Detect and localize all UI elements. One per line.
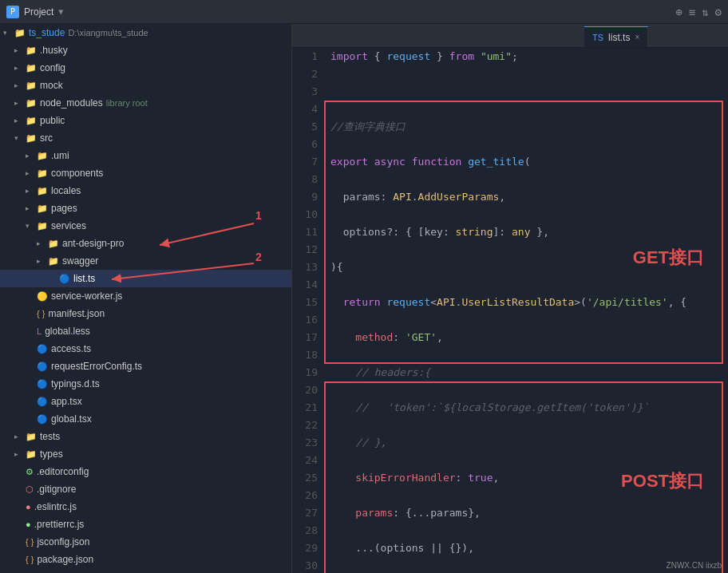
folder-icon-root: 📁 — [14, 28, 26, 38]
arrow-icon-umi: ▸ — [26, 152, 35, 160]
folder-icon-node-modules: 📁 — [26, 98, 37, 109]
folder-icon-public: 📁 — [26, 116, 37, 126]
tree-item-requestErrorConfig-ts[interactable]: ▸ 🔵 requestErrorConfig.ts — [0, 358, 291, 375]
add-icon[interactable]: ⊕ — [675, 6, 682, 18]
tree-item-list-ts[interactable]: ▸ 🔵 list.ts — [0, 270, 291, 287]
folder-icon-components: 📁 — [37, 168, 48, 179]
tree-label-ant-design-pro: ant-design-pro — [62, 238, 124, 249]
tab-list-ts[interactable]: TS list.ts × — [584, 26, 648, 47]
tree-item-manifest-json[interactable]: ▸ { } manifest.json — [0, 305, 291, 322]
tree-item-access-ts[interactable]: ▸ 🔵 access.ts — [0, 340, 291, 358]
tree-item-eslintrc-js[interactable]: ▸ ● .eslintrc.js — [0, 498, 291, 516]
folder-icon-tests: 📁 — [26, 432, 37, 442]
tree-label-components: components — [51, 168, 103, 179]
title-bar-left: P Project ▼ — [6, 6, 166, 18]
tab-label: list.ts — [608, 32, 630, 43]
title-bar-project-label[interactable]: Project — [24, 6, 53, 18]
tree-item-types[interactable]: ▸ 📁 types — [0, 445, 291, 463]
tree-label-package-json: package.json — [37, 554, 93, 565]
rc-icon-editorconfig: ⚙ — [26, 467, 34, 477]
settings-icon[interactable]: ⚙ — [715, 6, 722, 18]
tree-label-config: config — [40, 62, 65, 73]
tree-label-global-tsx: global.tsx — [51, 413, 92, 425]
arrow-icon-ant-design-pro: ▸ — [37, 239, 46, 247]
arrow-icon-root: ▾ — [3, 29, 13, 37]
tree-item-editorconfig[interactable]: ▸ ⚙ .editorconfig — [0, 463, 291, 480]
tree-item-services[interactable]: ▾ 📁 services — [0, 217, 291, 235]
tree-item-node-modules[interactable]: ▸ 📁 node_modules library root — [0, 94, 291, 112]
tree-label-pages: pages — [51, 203, 77, 214]
tree-item-husky[interactable]: ▸ 📁 .husky — [0, 41, 291, 59]
title-bar-icons: ⊕ ≡ ⇅ ⚙ — [675, 6, 722, 18]
arrow-icon-public: ▸ — [14, 117, 24, 124]
arrow-icon-src: ▾ — [14, 134, 24, 142]
tree-label-jsconfig-json: jsconfig.json — [37, 536, 89, 547]
library-root-label: library root — [106, 98, 148, 108]
tree-item-app-tsx[interactable]: ▸ 🔵 app.tsx — [0, 393, 291, 410]
line-numbers: 12345 678910 1112131415 1617181920 21222… — [292, 48, 324, 573]
tree-label-src: src — [40, 132, 53, 144]
tree-item-tests[interactable]: ▸ 📁 tests — [0, 428, 291, 445]
tree-label-mock: mock — [40, 80, 63, 91]
tree-label-locales: locales — [51, 185, 81, 196]
arrow-icon-pages: ▸ — [26, 204, 35, 212]
folder-icon-umi: 📁 — [37, 151, 48, 161]
project-icon: P — [6, 6, 19, 18]
tree-item-src[interactable]: ▾ 📁 src — [0, 129, 291, 147]
tree-label-app-tsx: app.tsx — [51, 396, 82, 407]
tree-item-tsconfig-json[interactable]: ▸ { } tsconfig.json — [0, 568, 291, 573]
folder-icon-mock: 📁 — [26, 81, 37, 91]
arrow-icon-node-modules: ▸ — [14, 99, 24, 107]
tree-path-root: D:\xiangmu\ts_stude — [68, 28, 148, 38]
tree-item-public[interactable]: ▸ 📁 public — [0, 112, 291, 129]
arrow-icon-tests: ▸ — [14, 433, 24, 441]
tree-item-config[interactable]: ▸ 📁 config — [0, 59, 291, 77]
list-icon[interactable]: ≡ — [689, 6, 695, 18]
tree-item-gitignore[interactable]: ▸ ⬡ .gitignore — [0, 480, 291, 498]
tree-item-typings-d-ts[interactable]: ▸ 🔵 typings.d.ts — [0, 375, 291, 393]
tree-label-gitignore: .gitignore — [37, 484, 76, 495]
tree-label-global-less: global.less — [45, 326, 90, 337]
tree-item-umi[interactable]: ▸ 📁 .umi — [0, 147, 291, 164]
tree-label-prettierrc-js: .prettierrc.js — [34, 519, 85, 530]
code-editor[interactable]: 12345 678910 1112131415 1617181920 21222… — [292, 48, 728, 573]
folder-icon-husky: 📁 — [26, 45, 37, 56]
main-layout: ▾ 📁 ts_stude D:\xiangmu\ts_stude ▸ 📁 .hu… — [0, 24, 728, 573]
tree-item-package-json[interactable]: ▸ { } package.json — [0, 551, 291, 568]
arrow-icon-locales: ▸ — [26, 187, 35, 195]
folder-icon-src: 📁 — [26, 133, 37, 144]
file-tree-sidebar: ▾ 📁 ts_stude D:\xiangmu\ts_stude ▸ 📁 .hu… — [0, 24, 292, 573]
js-file-icon-sw: 🟡 — [37, 291, 48, 302]
tree-item-global-tsx[interactable]: ▸ 🔵 global.tsx — [0, 410, 291, 428]
tree-label-editorconfig: .editorconfig — [37, 466, 89, 477]
tree-item-service-worker-js[interactable]: ▸ 🟡 service-worker.js — [0, 287, 291, 305]
ts-file-icon: 🔵 — [59, 274, 70, 284]
tree-item-prettierrc-js[interactable]: ▸ ● .prettierrc.js — [0, 516, 291, 533]
tree-label-types: types — [40, 449, 63, 460]
arrow-icon-husky: ▸ — [14, 46, 24, 54]
tree-item-components[interactable]: ▸ 📁 components — [0, 164, 291, 182]
tree-item-swagger[interactable]: ▸ 📁 swagger — [0, 252, 291, 270]
arrow-icon-config: ▸ — [14, 64, 24, 72]
tree-label-tests: tests — [40, 431, 60, 442]
tree-label-node-modules: node_modules — [40, 97, 103, 109]
tree-label-typings-d-ts: typings.d.ts — [51, 378, 100, 389]
arrow-icon-services: ▾ — [26, 222, 35, 230]
tree-item-pages[interactable]: ▸ 📁 pages — [0, 200, 291, 217]
tree-item-mock[interactable]: ▸ 📁 mock — [0, 77, 291, 94]
tree-label-services: services — [51, 220, 86, 231]
tree-item-locales[interactable]: ▸ 📁 locales — [0, 182, 291, 200]
sort-icon[interactable]: ⇅ — [702, 6, 708, 18]
less-file-icon: L — [37, 326, 42, 336]
tab-close-button[interactable]: × — [635, 33, 639, 41]
folder-icon-types: 📁 — [26, 449, 37, 460]
tree-label-requestErrorConfig-ts: requestErrorConfig.ts — [51, 361, 142, 372]
tree-item-ant-design-pro[interactable]: ▸ 📁 ant-design-pro — [0, 235, 291, 252]
tree-item-global-less[interactable]: ▸ L global.less — [0, 322, 291, 340]
tree-item-root[interactable]: ▾ 📁 ts_stude D:\xiangmu\ts_stude — [0, 24, 291, 41]
tree-label-list-ts: list.ts — [73, 273, 95, 284]
ts-file-icon-typings: 🔵 — [37, 379, 48, 389]
tree-item-jsconfig-json[interactable]: ▸ { } jsconfig.json — [0, 533, 291, 551]
folder-icon-ant-design-pro: 📁 — [48, 239, 59, 249]
title-bar: P Project ▼ ⊕ ≡ ⇅ ⚙ — [0, 0, 728, 24]
